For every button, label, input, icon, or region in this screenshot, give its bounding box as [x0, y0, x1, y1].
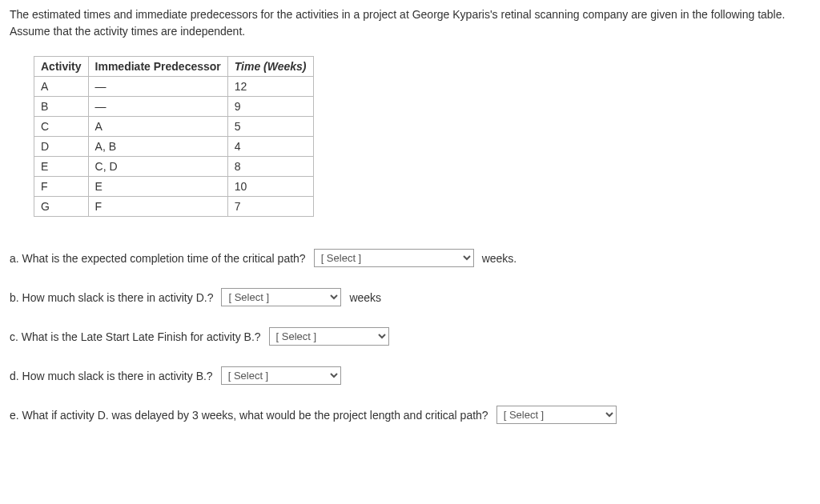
cell-predecessor: F — [88, 197, 227, 217]
cell-predecessor: A, B — [88, 137, 227, 157]
cell-activity: F — [34, 177, 89, 197]
cell-predecessor: C, D — [88, 157, 227, 177]
question-d-text: d. How much slack is there in activity B… — [10, 370, 213, 382]
cell-time: 9 — [227, 97, 313, 117]
activities-table: Activity Immediate Predecessor Time (Wee… — [34, 56, 314, 217]
table-row: G F 7 — [34, 197, 314, 217]
cell-time: 8 — [227, 157, 313, 177]
cell-activity: G — [34, 197, 89, 217]
cell-activity: E — [34, 157, 89, 177]
cell-time: 4 — [227, 137, 313, 157]
cell-predecessor: — — [88, 77, 227, 97]
table-row: F E 10 — [34, 177, 314, 197]
cell-activity: C — [34, 117, 89, 137]
col-activity-header: Activity — [34, 57, 89, 77]
table-row: D A, B 4 — [34, 137, 314, 157]
cell-time: 12 — [227, 77, 313, 97]
question-d-select[interactable]: [ Select ] — [221, 366, 341, 385]
question-b-text: b. How much slack is there in activity D… — [10, 291, 213, 304]
cell-activity: A — [34, 77, 89, 97]
question-b: b. How much slack is there in activity D… — [10, 288, 810, 306]
question-a-select[interactable]: [ Select ] — [314, 249, 474, 267]
cell-time: 10 — [227, 177, 313, 197]
table-row: B — 9 — [34, 97, 314, 117]
question-a-text: a. What is the expected completion time … — [10, 252, 306, 265]
table-row: C A 5 — [34, 117, 314, 137]
col-time-header: Time (Weeks) — [227, 57, 313, 77]
question-e-text: e. What if activity D. was delayed by 3 … — [10, 409, 488, 422]
question-c-text: c. What is the Late Start Late Finish fo… — [10, 330, 261, 343]
cell-predecessor: E — [88, 177, 227, 197]
intro-text: The estimated times and immediate predec… — [10, 6, 810, 40]
question-e-select[interactable]: [ Select ] — [496, 406, 617, 424]
question-a-suffix: weeks. — [482, 252, 517, 265]
question-d: d. How much slack is there in activity B… — [10, 366, 810, 385]
table-row: A — 12 — [34, 77, 314, 97]
col-predecessor-header: Immediate Predecessor — [88, 57, 227, 77]
cell-time: 7 — [227, 197, 313, 217]
question-c: c. What is the Late Start Late Finish fo… — [10, 327, 810, 346]
question-e: e. What if activity D. was delayed by 3 … — [10, 406, 810, 424]
question-c-select[interactable]: [ Select ] — [269, 327, 389, 346]
question-b-suffix: weeks — [349, 291, 381, 304]
cell-predecessor: A — [88, 117, 227, 137]
question-a: a. What is the expected completion time … — [10, 249, 810, 267]
cell-activity: B — [34, 97, 89, 117]
cell-predecessor: — — [88, 97, 227, 117]
question-b-select[interactable]: [ Select ] — [221, 288, 341, 306]
table-row: E C, D 8 — [34, 157, 314, 177]
cell-activity: D — [34, 137, 89, 157]
cell-time: 5 — [227, 117, 313, 137]
